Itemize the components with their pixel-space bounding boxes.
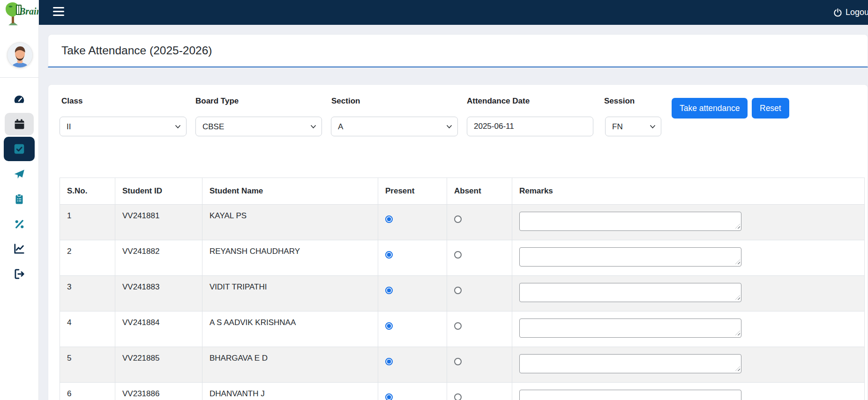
cell-sno: 4	[60, 311, 115, 347]
reset-button[interactable]: Reset	[752, 98, 789, 119]
attendance-table-body: 1 VV241881 KAYAL PS 2 VV241882	[60, 205, 865, 400]
cell-sno: 5	[60, 347, 115, 383]
section-label: Section	[331, 96, 360, 106]
session-select[interactable]: FN	[605, 117, 661, 136]
cell-student-name: REYANSH CHAUDHARY	[202, 240, 378, 276]
cell-student-name: BHARGAVA E D	[202, 347, 378, 383]
table-row: 4 VV241884 A S AADVIK KRISHNAA	[60, 311, 865, 347]
table-row: 5 VV221885 BHARGAVA E D	[60, 347, 865, 383]
check-square-icon	[13, 143, 25, 155]
paper-plane-icon	[13, 168, 25, 180]
absent-radio[interactable]	[454, 287, 462, 294]
logout-label: Logout	[846, 7, 868, 17]
sidebar-item-messages[interactable]	[5, 163, 34, 185]
board-type-select[interactable]: CBSE	[195, 117, 322, 136]
sign-out-icon	[13, 268, 25, 280]
page-header-card: Take Attendance (2025-2026)	[48, 34, 868, 67]
attendance-card: Class Board Type Section Attendance Date…	[48, 84, 868, 400]
col-header-remarks: Remarks	[512, 178, 865, 205]
calendar-icon	[14, 119, 25, 130]
sidebar-divider	[0, 77, 39, 78]
cell-student-id: VV241882	[115, 240, 202, 276]
present-radio[interactable]	[385, 287, 393, 294]
remarks-textarea[interactable]	[519, 319, 741, 338]
brand-name: Brain	[19, 6, 39, 17]
table-row: 1 VV241881 KAYAL PS	[60, 205, 865, 240]
remarks-textarea[interactable]	[519, 283, 741, 302]
cell-sno: 2	[60, 240, 115, 276]
sidebar-item-analytics[interactable]	[5, 237, 34, 260]
col-header-absent: Absent	[447, 178, 512, 205]
brand-logo: Brain	[0, 0, 39, 29]
percent-icon	[14, 218, 25, 230]
sidebar-item-marks-percentage[interactable]	[5, 213, 34, 235]
logout-button[interactable]: Logout	[833, 0, 868, 25]
cell-sno: 6	[60, 383, 115, 400]
cell-student-id: VV241881	[115, 205, 202, 240]
remarks-textarea[interactable]	[519, 212, 741, 231]
main-content: Take Attendance (2025-2026) Class Board …	[39, 25, 868, 400]
absent-radio[interactable]	[454, 215, 462, 223]
remarks-textarea[interactable]	[519, 354, 741, 373]
cell-student-name: DHANVANTH J	[202, 383, 378, 400]
take-attendance-button[interactable]: Take attendance	[672, 98, 748, 119]
absent-radio[interactable]	[454, 358, 462, 365]
topbar: Logout	[39, 0, 868, 25]
sidebar-item-dashboard[interactable]	[5, 88, 34, 111]
power-icon	[833, 8, 842, 17]
present-radio[interactable]	[385, 322, 393, 330]
clipboard-list-icon	[14, 193, 25, 205]
cell-student-id: VV241883	[115, 276, 202, 311]
col-header-sno: S.No.	[60, 178, 115, 205]
cell-student-name: VIDIT TRIPATHI	[202, 276, 378, 311]
cell-student-id: VV241884	[115, 311, 202, 347]
col-header-present: Present	[378, 178, 447, 205]
class-select[interactable]: II	[60, 117, 187, 136]
sidebar-item-timetable[interactable]	[5, 113, 34, 135]
chart-line-icon	[13, 243, 25, 255]
present-radio[interactable]	[385, 358, 393, 365]
attendance-app: Logout Brain	[0, 0, 868, 400]
sidebar-item-logout[interactable]	[5, 263, 34, 285]
table-row: 6 VV231886 DHANVANTH J	[60, 383, 865, 400]
cell-student-name: KAYAL PS	[202, 205, 378, 240]
table-row: 2 VV241882 REYANSH CHAUDHARY	[60, 240, 865, 276]
present-radio[interactable]	[385, 393, 393, 400]
sidebar-item-reports[interactable]	[5, 188, 34, 210]
page-title: Take Attendance (2025-2026)	[61, 35, 212, 67]
present-radio[interactable]	[385, 251, 393, 259]
cell-sno: 3	[60, 276, 115, 311]
remarks-textarea[interactable]	[519, 247, 741, 267]
gauge-icon	[13, 93, 25, 105]
absent-radio[interactable]	[454, 322, 462, 330]
user-avatar[interactable]	[7, 42, 33, 68]
attendance-table: S.No. Student ID Student Name Present Ab…	[60, 178, 865, 400]
attendance-date-label: Attendance Date	[467, 96, 530, 106]
absent-radio[interactable]	[454, 393, 462, 400]
table-row: 3 VV241883 VIDIT TRIPATHI	[60, 276, 865, 311]
board-type-label: Board Type	[195, 96, 239, 106]
absent-radio[interactable]	[454, 251, 462, 259]
cell-sno: 1	[60, 205, 115, 240]
sidebar-item-attendance[interactable]	[4, 137, 35, 161]
cell-student-id: VV221885	[115, 347, 202, 383]
table-header-row: S.No. Student ID Student Name Present Ab…	[60, 178, 865, 205]
sidebar: Brain	[0, 0, 39, 400]
cell-student-name: A S AADVIK KRISHNAA	[202, 311, 378, 347]
attendance-date-input[interactable]	[467, 117, 593, 136]
col-header-student-name: Student Name	[202, 178, 378, 205]
col-header-student-id: Student ID	[115, 178, 202, 205]
cell-student-id: VV231886	[115, 383, 202, 400]
class-label: Class	[61, 96, 82, 106]
remarks-textarea[interactable]	[519, 390, 741, 400]
section-select[interactable]: A	[331, 117, 458, 136]
present-radio[interactable]	[385, 215, 393, 223]
hamburger-menu-icon[interactable]	[53, 7, 64, 17]
session-label: Session	[604, 96, 635, 106]
